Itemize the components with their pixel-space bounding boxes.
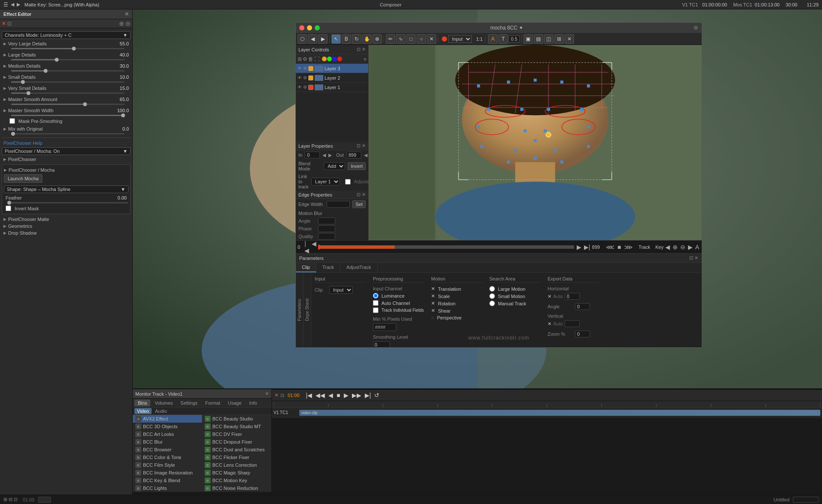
small-details-slider[interactable]: [11, 81, 125, 83]
sub-tab-video[interactable]: Video: [134, 408, 152, 414]
close-icon[interactable]: ✕: [125, 11, 129, 17]
layer-3-lock[interactable]: ⚙: [303, 66, 307, 71]
track-back-btn[interactable]: ⋘: [605, 244, 615, 251]
drop-shadow-expand[interactable]: ▶ Drop Shadow: [2, 230, 131, 236]
pixelchooser-expand[interactable]: ▶ PixelChooser: [2, 156, 131, 163]
tl-next[interactable]: ▶: [576, 244, 582, 251]
rotate-btn[interactable]: ↻: [352, 34, 361, 44]
manual-track-radio[interactable]: [489, 301, 495, 306]
very-small-details-slider[interactable]: [11, 92, 125, 94]
expand-arrow-msa[interactable]: ▶: [3, 97, 6, 101]
edge-props-close[interactable]: ✕: [362, 192, 366, 197]
transport-go-end[interactable]: ▶|: [363, 392, 372, 399]
shear-x[interactable]: ✕: [431, 308, 435, 313]
master-smooth-amount-slider[interactable]: [11, 104, 125, 105]
expand-arrow-vsmall[interactable]: ▶: [3, 86, 6, 90]
track-fwd-btn[interactable]: ⋙: [623, 244, 634, 251]
xspline-btn[interactable]: ✕: [427, 34, 436, 44]
mocha-minimize-button[interactable]: [307, 25, 312, 30]
back-btn[interactable]: ◀: [308, 34, 317, 44]
effect-bcc-lights[interactable]: B BCC Lights: [133, 484, 202, 491]
clip-dropdown[interactable]: Input: [448, 35, 472, 43]
tl-go-start[interactable]: |◀: [304, 240, 310, 254]
zoom-input[interactable]: [575, 331, 590, 337]
swatch-3[interactable]: [332, 57, 337, 61]
pixelchooser-matte-expand[interactable]: ▶ PixelChooser Matte: [2, 216, 131, 223]
params-collapse[interactable]: ⊡: [689, 255, 693, 261]
transport-play[interactable]: ▶: [342, 392, 350, 399]
props-collapse[interactable]: ⊡: [357, 143, 360, 149]
curve-tool-btn[interactable]: ∿: [396, 34, 405, 44]
track-stop-btn[interactable]: ■: [616, 244, 622, 251]
key-prev[interactable]: ◀: [664, 244, 671, 251]
color-mode-4[interactable]: ⊞: [554, 34, 564, 44]
vertical-x[interactable]: ✕: [548, 321, 551, 327]
out-expand-1[interactable]: ◀: [364, 152, 367, 158]
expand-arrow[interactable]: ▶: [3, 42, 6, 46]
select-tool-btn[interactable]: ↖: [331, 34, 341, 44]
effect-bcc-film[interactable]: B BCC Film Style: [133, 461, 202, 469]
zoom-tool-btn[interactable]: ⊕: [372, 34, 382, 44]
effect-bcc-art[interactable]: B BCC Art Looks: [133, 430, 202, 438]
pixelchooser-help-row[interactable]: PixelChooser Help: [2, 140, 131, 146]
layer-2-lock[interactable]: ⚙: [303, 75, 307, 80]
feather-slider[interactable]: [7, 202, 128, 203]
view-btn-a[interactable]: A: [488, 34, 497, 44]
sub-tab-audio[interactable]: Audio: [152, 408, 170, 414]
status-icon-3[interactable]: ⊡: [14, 497, 18, 502]
in-arrow-left[interactable]: ◀: [322, 152, 326, 158]
effect-bcc-beauty-mt[interactable]: B BCC Beauty Studio MT: [202, 423, 271, 430]
timeline-bar[interactable]: [318, 245, 574, 249]
forward-btn2[interactable]: ▶: [318, 34, 328, 44]
effect-bcc-dv[interactable]: B BCC DV Fixer: [202, 430, 271, 438]
layer-2-eye[interactable]: 👁: [298, 75, 302, 80]
in-arrow-right[interactable]: ▶: [328, 152, 332, 158]
horizontal-x[interactable]: ✕: [548, 294, 551, 299]
layer-1-lock[interactable]: ⚙: [303, 85, 307, 89]
video-track-bar[interactable]: video clip: [299, 410, 820, 416]
small-motion-radio[interactable]: [489, 293, 495, 299]
effect-bcc-image[interactable]: B BCC Image Restoration: [133, 469, 202, 477]
effect-bcc-magic[interactable]: B BCC Magic Sharp: [202, 469, 271, 477]
color-mode-2[interactable]: ▤: [534, 34, 543, 44]
luminance-radio[interactable]: [373, 293, 378, 298]
transport-prev-frame[interactable]: ◀◀: [314, 392, 326, 399]
effect-bcc-3d[interactable]: B BCC 3D Objects: [133, 423, 202, 430]
props-close[interactable]: ✕: [362, 143, 366, 149]
shape-dropdown[interactable]: Shape: Shape – Mocha Spline ▼: [4, 185, 128, 193]
layer-panel-close[interactable]: ✕: [362, 47, 366, 52]
effect-bcc-browser[interactable]: B BCC Browser: [133, 446, 202, 453]
pen-tool-btn[interactable]: ✏: [386, 34, 395, 44]
input-clip-select[interactable]: Input: [329, 286, 353, 294]
expand-arrow-small[interactable]: ▶: [3, 75, 6, 79]
ellipse-tool-btn[interactable]: ○: [417, 34, 426, 44]
large-details-slider[interactable]: [11, 59, 125, 60]
status-icon-1[interactable]: ⊞: [3, 497, 7, 502]
horizontal-value-input[interactable]: [565, 293, 580, 300]
effect-bcc-dropout[interactable]: B BCC Dropout Fixer: [202, 438, 271, 446]
mocha-close-button[interactable]: [299, 25, 304, 30]
expand-arrow-large[interactable]: ▶: [3, 53, 6, 57]
forward-icon[interactable]: ▶: [17, 2, 20, 7]
browser-close-icon[interactable]: ✕: [265, 391, 269, 397]
color-mode-5[interactable]: ✕: [565, 34, 574, 44]
quality-input[interactable]: [318, 233, 335, 240]
geometrics-expand[interactable]: ▶ Geometrics: [2, 223, 131, 230]
effect-bcc-color[interactable]: B BCC Color & Tone: [133, 453, 202, 461]
channel-mode-dropdown[interactable]: Channels Mode: Luminosity + C ▼: [2, 31, 131, 39]
effect-bcc-blur[interactable]: B BCC Blur: [133, 438, 202, 446]
effect-bcc-flicker[interactable]: B BCC Flicker Fixer: [202, 453, 271, 461]
key-del[interactable]: ⊖: [679, 244, 686, 251]
mocha-settings-icon[interactable]: ⚙: [694, 25, 698, 31]
view-btn-t[interactable]: T: [498, 34, 508, 44]
mask-pre-smoothing-checkbox[interactable]: [9, 118, 15, 124]
transport-stop[interactable]: ■: [335, 392, 341, 399]
scale-x[interactable]: ✕: [431, 293, 435, 299]
swatch-2[interactable]: [327, 57, 332, 61]
expand-arrow-medium[interactable]: ▶: [3, 64, 6, 68]
opacity-display[interactable]: 0.5: [509, 36, 519, 42]
layer-3-eye[interactable]: 👁: [298, 66, 302, 71]
large-motion-radio[interactable]: [489, 286, 495, 292]
layer-delete-btn[interactable]: 🗑: [308, 56, 313, 62]
effect-bcc-motion-key[interactable]: B BCC Motion Key: [202, 477, 271, 484]
